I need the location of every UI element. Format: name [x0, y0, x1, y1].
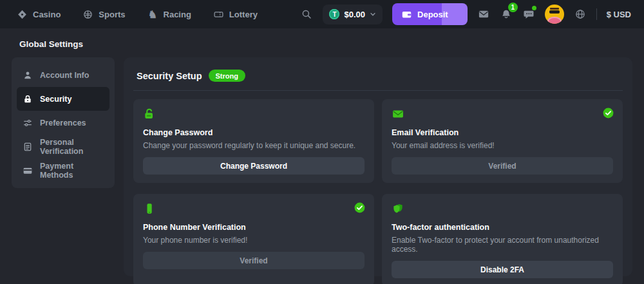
change-password-card: Change Password Change your password reg…	[133, 99, 374, 183]
card-title: Email Verification	[392, 128, 613, 137]
racing-icon: ♞	[147, 9, 158, 20]
security-cards: Change Password Change your password reg…	[133, 99, 623, 284]
card-description: Your phone number is verified!	[143, 236, 365, 245]
globe-language-icon[interactable]	[574, 8, 587, 21]
nav-item-casino[interactable]: Casino	[17, 9, 61, 20]
nav-item-racing[interactable]: ♞ Racing	[147, 9, 191, 20]
sidebar-item-label: Account Info	[40, 71, 89, 80]
chat-icon[interactable]	[522, 8, 535, 21]
casino-icon	[17, 9, 28, 20]
sidebar-item-preferences[interactable]: Preferences	[17, 111, 109, 135]
sidebar-item-label: Preferences	[40, 118, 86, 128]
lottery-icon	[213, 9, 224, 20]
verified-check-icon	[602, 107, 614, 119]
nav-item-sports[interactable]: Sports	[82, 9, 125, 20]
sliders-icon	[23, 118, 33, 128]
currency-selector[interactable]: $ USD	[607, 10, 631, 19]
deposit-label: Deposit	[417, 10, 448, 19]
sidebar-item-payment-methods[interactable]: Payment Methods	[17, 158, 109, 182]
chevron-down-icon	[370, 11, 376, 17]
wallet-icon	[401, 9, 412, 20]
card-description: Your email address is verified!	[392, 141, 613, 150]
sidebar-item-personal-verification[interactable]: Personal Verification	[17, 135, 109, 158]
document-icon	[23, 142, 33, 152]
top-navbar: Casino Sports ♞ Racing Lottery T $0.00	[0, 0, 644, 28]
navbar-actions: T $0.00 Deposit 1 $ USD	[300, 3, 631, 25]
phone-verified-button[interactable]: Verified	[143, 252, 365, 269]
card-title: Phone Number Verification	[143, 223, 365, 232]
avatar[interactable]	[545, 5, 564, 24]
sidebar-item-label: Security	[40, 95, 71, 104]
user-icon	[23, 70, 33, 80]
page-title: Global Settings	[19, 39, 644, 49]
change-password-button[interactable]: Change Password	[143, 157, 365, 175]
card-title: Two-factor authentication	[392, 223, 613, 232]
sidebar-item-label: Payment Methods	[40, 162, 104, 180]
two-factor-card: Two-factor authentication Enable Two-fac…	[382, 194, 623, 284]
wallet-balance[interactable]: T $0.00	[323, 5, 383, 24]
email-verified-button[interactable]: Verified	[392, 157, 613, 175]
credit-card-icon	[23, 166, 33, 176]
navbar-divider	[596, 8, 597, 20]
balance-amount: $0.00	[344, 10, 365, 19]
settings-content: Account Info Security Preferences Person…	[0, 57, 644, 276]
phone-icon	[143, 202, 156, 215]
verified-check-icon	[354, 202, 366, 214]
disable-2fa-button[interactable]: Disable 2FA	[392, 261, 613, 278]
padlock-icon	[143, 108, 156, 120]
notification-badge: 1	[508, 3, 518, 12]
shield-icon	[392, 202, 404, 215]
nav-item-lottery[interactable]: Lottery	[213, 9, 258, 20]
settings-sidebar: Account Info Security Preferences Person…	[12, 57, 115, 188]
nav-item-label: Lottery	[229, 10, 258, 19]
deposit-button[interactable]: Deposit	[392, 3, 468, 25]
panel-title: Security Setup	[137, 71, 202, 81]
panel-header: Security Setup Strong	[133, 67, 623, 91]
sidebar-item-label: Personal Verification	[40, 138, 104, 156]
card-description: Change your password regularly to keep i…	[143, 141, 365, 150]
lock-icon	[23, 94, 33, 104]
nav-item-label: Casino	[33, 10, 61, 19]
sidebar-item-account-info[interactable]: Account Info	[17, 63, 109, 87]
search-icon[interactable]	[300, 8, 313, 21]
notifications-bell-icon[interactable]: 1	[500, 8, 513, 21]
mail-icon[interactable]	[477, 8, 490, 21]
email-verification-card: Email Verification Your email address is…	[382, 99, 623, 183]
phone-verification-card: Phone Number Verification Your phone num…	[133, 194, 374, 284]
card-description: Enable Two-factor to protect your accoun…	[392, 236, 613, 254]
envelope-icon	[392, 108, 404, 120]
chat-online-dot	[532, 6, 536, 10]
nav-item-label: Racing	[164, 10, 191, 19]
sidebar-item-security[interactable]: Security	[17, 87, 109, 111]
card-title: Change Password	[143, 128, 365, 137]
nav-item-label: Sports	[99, 10, 125, 19]
tether-coin-icon: T	[329, 9, 339, 19]
primary-nav: Casino Sports ♞ Racing Lottery	[17, 9, 258, 20]
strength-badge: Strong	[209, 70, 245, 82]
security-setup-panel: Security Setup Strong Change Password Ch…	[124, 57, 632, 276]
sports-icon	[82, 9, 93, 20]
